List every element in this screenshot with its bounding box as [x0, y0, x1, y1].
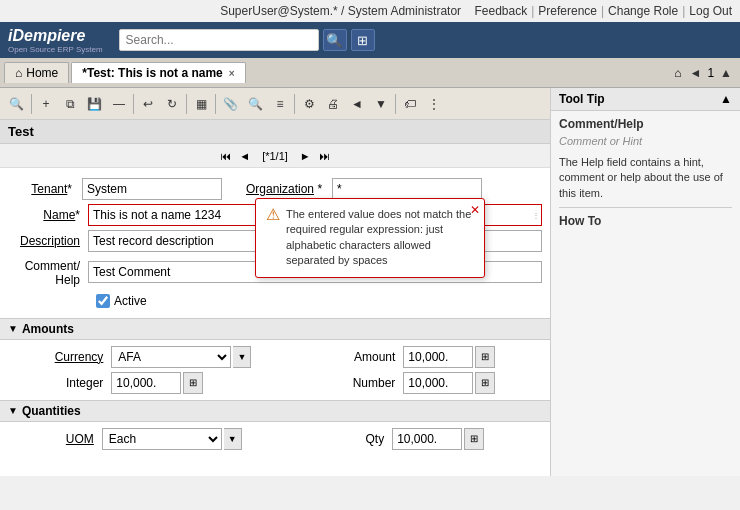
description-label-text[interactable]: Description — [20, 234, 80, 248]
amounts-section-header[interactable]: ▼ Amounts — [0, 318, 550, 340]
integer-label-text: Integer — [66, 376, 103, 390]
qty-label: Qty — [308, 432, 385, 446]
uom-dropdown-arrow[interactable]: ▼ — [224, 428, 242, 450]
test-tab-label: *Test: This is not a name — [82, 66, 222, 80]
export-button[interactable]: ◄ — [345, 92, 369, 116]
tooltip-panel: Tool Tip ▲ Comment/Help Comment or Hint … — [550, 88, 740, 476]
error-tooltip: ✕ ⚠ The entered value does not match the… — [255, 198, 485, 278]
tab-count: 1 — [707, 66, 714, 80]
attach-button[interactable]: 📎 — [218, 92, 243, 116]
toolbar-sep-3 — [186, 94, 187, 114]
active-checkbox[interactable] — [96, 294, 110, 308]
tenant-input[interactable]: System — [82, 178, 222, 200]
qty-input[interactable]: 10,000. — [392, 428, 462, 450]
amount-label: Amount — [306, 350, 395, 364]
toolbar-sep-1 — [31, 94, 32, 114]
name-label-text[interactable]: Name — [43, 208, 75, 222]
tab-nav: ⌂ ◄ 1 ▲ — [674, 64, 736, 82]
change-role-link[interactable]: Change Role — [608, 4, 678, 18]
logo-sub: Open Source ERP System — [8, 45, 103, 54]
comment-label: Comment/Help — [8, 256, 88, 288]
quantities-grid: UOM Each ▼ Qty 10,000. ⊞ — [0, 422, 550, 456]
preference-link[interactable]: Preference — [538, 4, 597, 18]
comment-label-text: Comment/Help — [25, 259, 80, 287]
sep2: | — [531, 4, 534, 18]
currency-dropdown-arrow[interactable]: ▼ — [233, 346, 251, 368]
home-tab[interactable]: ⌂ Home — [4, 62, 69, 83]
integer-label: Integer — [8, 376, 103, 390]
home-nav-icon: ⌂ — [674, 66, 681, 80]
org-label: Organization * — [246, 182, 328, 196]
print-button[interactable]: 🖨 — [321, 92, 345, 116]
logo-area: iDempiere Open Source ERP System — [8, 27, 103, 54]
settings-button[interactable]: ⚙ — [297, 92, 321, 116]
sitemap-button[interactable]: ⊞ — [351, 29, 375, 51]
feedback-link[interactable]: Feedback — [474, 4, 527, 18]
org-label-text[interactable]: Organization — [246, 182, 314, 196]
currency-select[interactable]: AFA — [111, 346, 231, 368]
quantities-section-header[interactable]: ▼ Quantities — [0, 400, 550, 422]
record-info: [*1/1] — [262, 150, 288, 162]
uom-select[interactable]: Each — [102, 428, 222, 450]
close-tab-button[interactable]: × — [229, 68, 235, 79]
quantities-section-label: Quantities — [22, 404, 81, 418]
number-calc-button[interactable]: ⊞ — [475, 372, 495, 394]
toolbar: 🔍 + ⧉ 💾 — ↩ ↻ ▦ 📎 🔍 ≡ ⚙ 🖨 ◄ ▼ 🏷 ⋮ — [0, 88, 550, 120]
user-info: SuperUser@System.* / System Administrato… — [220, 4, 461, 18]
tag-button[interactable]: 🏷 — [398, 92, 422, 116]
delete-button[interactable]: — — [107, 92, 131, 116]
integer-input[interactable]: 10,000. — [111, 372, 181, 394]
integer-calc-button[interactable]: ⊞ — [183, 372, 203, 394]
zoom-button[interactable]: 🔍 — [243, 92, 268, 116]
tooltip-title: Tool Tip — [559, 92, 605, 106]
error-close-button[interactable]: ✕ — [470, 203, 480, 217]
last-record-button[interactable]: ⏭ — [315, 149, 334, 163]
more-button[interactable]: ▼ — [369, 92, 393, 116]
search-toolbar-button[interactable]: 🔍 — [4, 92, 29, 116]
form-area: 🔍 + ⧉ 💾 — ↩ ↻ ▦ 📎 🔍 ≡ ⚙ 🖨 ◄ ▼ 🏷 ⋮ — [0, 88, 550, 476]
copy-button[interactable]: ⧉ — [58, 92, 82, 116]
menu-button[interactable]: ⋮ — [422, 92, 446, 116]
next-record-button[interactable]: ► — [296, 149, 315, 163]
new-button[interactable]: + — [34, 92, 58, 116]
tab-up-button[interactable]: ▲ — [716, 64, 736, 82]
tooltip-close-button[interactable]: ▲ — [720, 92, 732, 106]
prev-record-button[interactable]: ◄ — [235, 149, 254, 163]
grid-button[interactable]: ▦ — [189, 92, 213, 116]
tenant-required-star: * — [67, 182, 72, 196]
uom-label-text[interactable]: UOM — [66, 432, 94, 446]
org-field: Organization * * — [246, 178, 482, 200]
org-required-star: * — [314, 182, 322, 196]
org-input[interactable]: * — [332, 178, 482, 200]
save-button[interactable]: 💾 — [82, 92, 107, 116]
error-warning-icon: ⚠ — [266, 205, 280, 224]
record-nav: ⏮ ◄ [*1/1] ► ⏭ — [0, 144, 550, 168]
search-button[interactable]: 🔍 — [323, 29, 347, 51]
description-label: Description — [8, 234, 88, 248]
detail-button[interactable]: ≡ — [268, 92, 292, 116]
test-tab[interactable]: *Test: This is not a name × — [71, 62, 245, 83]
name-label: Name* — [8, 208, 88, 222]
tab-left-button[interactable]: ◄ — [686, 64, 706, 82]
currency-field: AFA ▼ — [111, 346, 298, 368]
log-out-link[interactable]: Log Out — [689, 4, 732, 18]
tooltip-body: The Help field contains a hint, comment … — [559, 155, 732, 201]
currency-label: Currency — [8, 350, 103, 364]
amount-calc-button[interactable]: ⊞ — [475, 346, 495, 368]
toolbar-sep-2 — [133, 94, 134, 114]
redo-button[interactable]: ↻ — [160, 92, 184, 116]
currency-label-text[interactable]: Currency — [55, 350, 104, 364]
search-input[interactable] — [119, 29, 319, 51]
number-input[interactable]: 10,000. — [403, 372, 473, 394]
first-record-button[interactable]: ⏮ — [216, 149, 235, 163]
undo-button[interactable]: ↩ — [136, 92, 160, 116]
form-title-text: Test — [8, 124, 34, 139]
error-header: ⚠ The entered value does not match the r… — [266, 207, 474, 269]
tooltip-hint: Comment or Hint — [559, 135, 732, 147]
form-title: Test — [0, 120, 550, 144]
tenant-label-text[interactable]: Tenant — [31, 182, 67, 196]
tenant-field: Tenant* System — [8, 178, 222, 200]
home-icon: ⌂ — [15, 66, 22, 80]
amount-input[interactable]: 10,000. — [403, 346, 473, 368]
qty-calc-button[interactable]: ⊞ — [464, 428, 484, 450]
